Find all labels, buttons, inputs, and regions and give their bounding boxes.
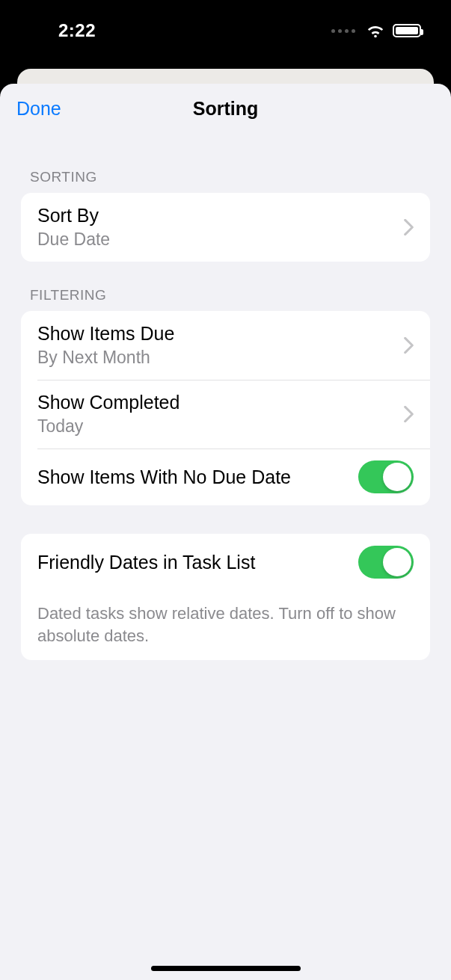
sort-by-title: Sort By (37, 205, 398, 226)
battery-icon (393, 24, 421, 37)
show-items-due-title: Show Items Due (37, 323, 398, 345)
done-button[interactable]: Done (16, 98, 61, 120)
no-due-date-toggle[interactable] (358, 460, 414, 493)
show-completed-cell[interactable]: Show Completed Today (21, 380, 430, 449)
chevron-right-icon (404, 337, 414, 354)
no-due-date-cell: Show Items With No Due Date (21, 449, 430, 505)
show-items-due-cell[interactable]: Show Items Due By Next Month (21, 311, 430, 380)
status-bar: 2:22 (0, 0, 451, 61)
page-title: Sorting (193, 98, 259, 120)
nav-bar: Done Sorting (0, 84, 451, 133)
status-time: 2:22 (58, 20, 96, 41)
sorting-section-header: SORTING (0, 169, 451, 193)
friendly-dates-toggle[interactable] (358, 546, 414, 579)
friendly-dates-footer: Dated tasks show relative dates. Turn of… (21, 591, 430, 660)
sort-by-value: Due Date (37, 229, 398, 250)
filtering-section-header: FILTERING (0, 287, 451, 311)
status-icons (331, 23, 421, 38)
filtering-group: Show Items Due By Next Month Show Comple… (21, 311, 430, 505)
chevron-right-icon (404, 219, 414, 235)
sorting-group: Sort By Due Date (21, 193, 430, 262)
show-completed-title: Show Completed (37, 392, 398, 413)
show-items-due-value: By Next Month (37, 348, 398, 368)
show-completed-value: Today (37, 416, 398, 437)
no-due-date-title: Show Items With No Due Date (37, 466, 358, 488)
chevron-right-icon (404, 406, 414, 422)
sort-by-cell[interactable]: Sort By Due Date (21, 193, 430, 262)
friendly-dates-group: Friendly Dates in Task List Dated tasks … (21, 534, 430, 660)
friendly-dates-title: Friendly Dates in Task List (37, 552, 358, 573)
friendly-dates-cell: Friendly Dates in Task List (21, 534, 430, 591)
cellular-dots-icon (331, 29, 355, 33)
sorting-sheet: Done Sorting SORTING Sort By Due Date FI… (0, 84, 451, 980)
wifi-icon (366, 23, 385, 38)
home-indicator[interactable] (151, 966, 301, 971)
